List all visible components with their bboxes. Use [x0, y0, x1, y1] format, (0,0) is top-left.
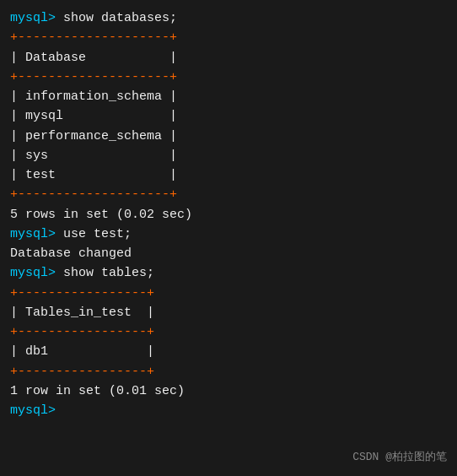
table-cell: | Database |: [10, 48, 447, 68]
terminal-line: mysql> show databases;: [10, 8, 447, 28]
table-cell: | sys |: [10, 146, 447, 165]
command-text: use test;: [63, 227, 132, 241]
table-cell: | performance_schema |: [10, 127, 447, 146]
result-info: 1 row in set (0.01 sec): [10, 381, 447, 401]
table-border: +--------------------+: [10, 68, 447, 87]
plain-output: Database changed: [10, 244, 447, 263]
terminal-line: mysql>: [10, 401, 447, 420]
table-cell: | test |: [10, 165, 447, 185]
terminal-content: mysql> show databases;+-----------------…: [10, 8, 447, 420]
watermark: CSDN @柏拉图的笔: [352, 449, 447, 464]
prompt-text: mysql>: [10, 266, 63, 280]
prompt-text: mysql>: [10, 11, 63, 25]
table-border: +--------------------+: [10, 185, 447, 204]
table-cell: | Tables_in_test |: [10, 303, 447, 322]
table-border: +-----------------+: [10, 322, 447, 342]
command-text: show databases;: [63, 11, 177, 25]
command-text: show tables;: [63, 266, 154, 280]
table-cell: | db1 |: [10, 342, 447, 361]
terminal-line: mysql> show tables;: [10, 263, 447, 283]
table-border: +--------------------+: [10, 28, 447, 47]
table-cell: | information_schema |: [10, 87, 447, 106]
terminal-window: mysql> show databases;+-----------------…: [0, 0, 457, 476]
table-cell: | mysql |: [10, 106, 447, 126]
table-border: +-----------------+: [10, 362, 447, 381]
result-info: 5 rows in set (0.02 sec): [10, 205, 447, 224]
terminal-line: mysql> use test;: [10, 224, 447, 244]
table-border: +-----------------+: [10, 284, 447, 303]
prompt-text: mysql>: [10, 403, 63, 418]
prompt-text: mysql>: [10, 227, 63, 241]
